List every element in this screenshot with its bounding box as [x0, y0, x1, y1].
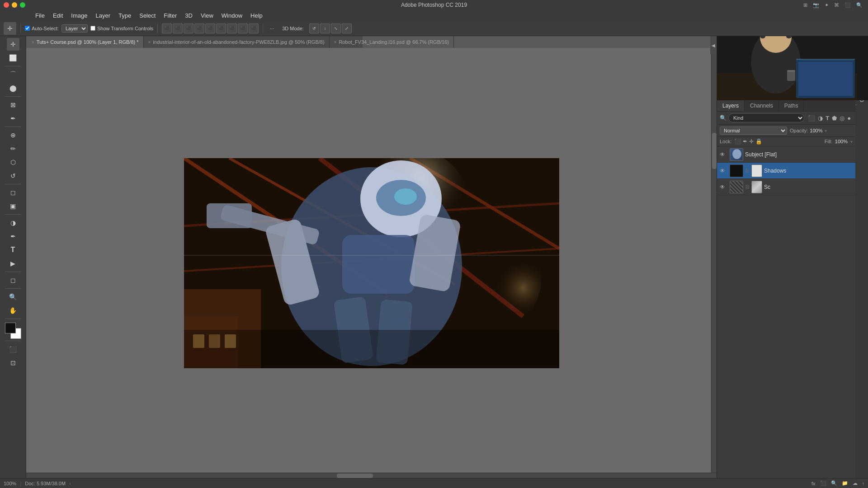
menu-select[interactable]: Select [136, 11, 159, 20]
align-top-btn[interactable]: ⬛ [194, 23, 204, 33]
tab-robot-psd[interactable]: × Robot_FV34_Landing.l16.psd @ 66.7% (RG… [330, 36, 454, 48]
vertical-scrollbar-thumb[interactable] [712, 133, 717, 169]
search-mac-icon[interactable]: 🔍 [856, 2, 863, 8]
3d-pan-btn[interactable]: ⤢ [342, 23, 352, 33]
lock-pixels-icon[interactable]: ⬛ [734, 138, 741, 145]
status-icon-3[interactable]: 🔍 [831, 480, 837, 486]
close-button[interactable] [4, 2, 9, 8]
type-tool[interactable]: T [7, 244, 19, 256]
status-icon-4[interactable]: 📁 [842, 480, 848, 486]
status-zoom[interactable]: 100% [4, 481, 16, 486]
menu-file[interactable]: File [32, 11, 48, 20]
pixel-filter-icon[interactable]: ⬛ [808, 115, 815, 122]
status-icon-6[interactable]: ↑ [862, 481, 865, 486]
crop-tool[interactable]: ⊠ [7, 99, 19, 111]
tab-paths[interactable]: Paths [779, 100, 804, 111]
menu-image[interactable]: Image [67, 11, 91, 20]
layer-select[interactable]: Layer [61, 24, 88, 33]
transform-controls-input[interactable] [90, 26, 95, 31]
tab-close-icon-3[interactable]: × [334, 40, 337, 45]
foreground-color-swatch[interactable] [5, 323, 16, 333]
fill-chevron-icon[interactable]: ▾ [850, 139, 853, 144]
transform-controls-checkbox[interactable]: Show Transform Controls [90, 26, 153, 31]
tab-close-icon-1[interactable]: × [32, 40, 34, 45]
menu-layer[interactable]: Layer [92, 11, 114, 20]
distribute-right-btn[interactable]: ⬛ [249, 23, 259, 33]
color-swatches[interactable] [5, 323, 21, 339]
menu-help[interactable]: Help [247, 11, 266, 20]
opacity-chevron-icon[interactable]: ▾ [825, 128, 827, 133]
tab-layers[interactable]: Layers [717, 100, 745, 111]
screen-mode-tool[interactable]: ⊡ [7, 357, 19, 369]
vertical-scrollbar[interactable] [711, 48, 717, 473]
eyedropper-tool[interactable]: ✒ [7, 112, 19, 125]
layer-item-sc[interactable]: 👁 ⛓ Sc [717, 179, 855, 195]
gradient-tool[interactable]: ▣ [7, 200, 19, 212]
tab-tuts-course[interactable]: × Tuts+ Course.psd @ 100% (Layer 1, RGB/… [27, 36, 144, 48]
marquee-tool[interactable]: ⬜ [7, 52, 19, 64]
3d-scale-btn[interactable]: ⤡ [331, 23, 341, 33]
panel-collapse-button[interactable]: ◀ [710, 36, 717, 54]
filter-type-select[interactable]: Kind [728, 113, 804, 122]
menu-filter[interactable]: Filter [160, 11, 180, 20]
menu-type[interactable]: Type [115, 11, 135, 20]
layer-visibility-sc[interactable]: 👁 [720, 184, 728, 190]
lock-artboard-icon[interactable]: ✛ [749, 138, 754, 145]
layer-item-shadows[interactable]: 👁 ⛓ Shadows [717, 163, 855, 179]
lasso-tool[interactable]: ⌒ [7, 68, 19, 81]
lock-position-icon[interactable]: ✒ [743, 138, 747, 145]
quick-mask-tool[interactable]: ⬛ [7, 343, 19, 356]
path-select-tool[interactable]: ▶ [7, 257, 19, 270]
layer-visibility-shadows[interactable]: 👁 [720, 168, 728, 174]
adjust-filter-icon[interactable]: ◑ [818, 115, 823, 122]
maximize-button[interactable] [20, 2, 25, 8]
smart-filter-icon[interactable]: ◎ [840, 115, 844, 122]
align-bottom-btn[interactable]: ⬛ [216, 23, 226, 33]
move-tool-icon[interactable]: ✛ [4, 22, 16, 35]
horizontal-scrollbar-thumb[interactable] [337, 474, 373, 478]
tab-close-icon-2[interactable]: × [148, 40, 151, 45]
zoom-tool[interactable]: 🔍 [7, 291, 19, 303]
quick-select-tool[interactable]: ⬤ [7, 82, 19, 94]
pen-tool[interactable]: ✒ [7, 230, 19, 243]
distribute-left-btn[interactable]: ⬛ [227, 23, 237, 33]
horizontal-scrollbar[interactable] [26, 473, 717, 478]
opacity-value[interactable]: 100% [810, 128, 822, 133]
menu-edit[interactable]: Edit [49, 11, 66, 20]
stamp-tool[interactable]: ⬡ [7, 156, 19, 169]
eraser-tool[interactable]: ◻ [7, 186, 19, 199]
menu-window[interactable]: Window [218, 11, 246, 20]
type-filter-icon[interactable]: T [826, 115, 829, 122]
align-center-v-btn[interactable]: ⬛ [205, 23, 215, 33]
menu-view[interactable]: View [197, 11, 217, 20]
layer-item-subject[interactable]: 👁 Subject [Flat] [717, 146, 855, 163]
shape-filter-icon[interactable]: ⬟ [832, 115, 837, 122]
tab-channels[interactable]: Channels [745, 100, 779, 111]
auto-select-input[interactable] [25, 26, 30, 31]
align-left-btn[interactable]: ⬛ [162, 23, 172, 33]
more-options-btn[interactable]: ··· [267, 25, 277, 32]
3d-move-btn[interactable]: ↕ [320, 23, 330, 33]
blend-mode-select[interactable]: Normal [720, 127, 787, 135]
brush-tool[interactable]: ✏ [7, 142, 19, 155]
lock-all-icon[interactable]: 🔒 [755, 138, 762, 145]
heal-tool[interactable]: ⊕ [7, 129, 19, 141]
distribute-center-btn[interactable]: ⬛ [238, 23, 248, 33]
minimize-button[interactable] [12, 2, 17, 8]
hand-tool[interactable]: ✋ [7, 304, 19, 317]
align-center-h-btn[interactable]: ⬛ [173, 23, 183, 33]
shape-tool[interactable]: ◻ [7, 274, 19, 286]
dodge-tool[interactable]: ◑ [7, 216, 19, 229]
menu-3d[interactable]: 3D [181, 11, 196, 20]
move-tool[interactable]: ✛ [7, 38, 19, 51]
mac-window-controls[interactable] [4, 2, 25, 8]
fill-value[interactable]: 100% [835, 139, 848, 144]
status-icon-5[interactable]: ☁ [853, 480, 858, 486]
history-brush-tool[interactable]: ↺ [7, 169, 19, 182]
filter-toggle[interactable]: ● [847, 115, 851, 122]
align-right-btn[interactable]: ⬛ [184, 23, 193, 33]
tab-factory-jpg[interactable]: × industrial-interior-of-an-old-abandone… [144, 36, 330, 48]
layer-visibility-subject[interactable]: 👁 [720, 151, 728, 158]
status-arrow-icon[interactable]: › [69, 481, 71, 486]
status-icon-2[interactable]: ⬛ [820, 480, 826, 486]
